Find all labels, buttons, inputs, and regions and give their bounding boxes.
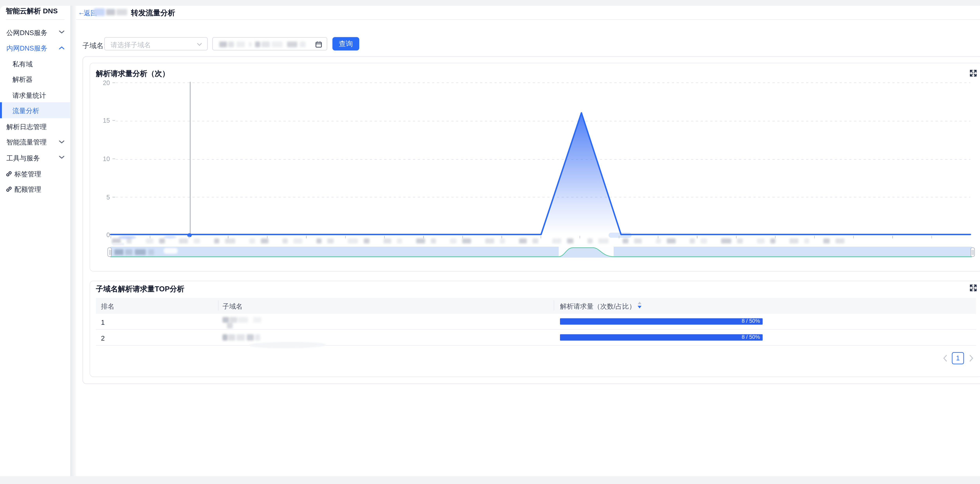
datazoom-shadow-line (110, 248, 972, 257)
search-button[interactable]: 查询 (332, 37, 359, 50)
request-bar-track: 8 / 50% (560, 318, 965, 324)
link-icon (6, 186, 12, 192)
request-bar: 8 / 50% (560, 318, 763, 324)
subdomain-redacted (223, 317, 229, 322)
request-volume-chart[interactable] (111, 81, 970, 235)
request-bar-track: 8 / 50% (560, 334, 965, 340)
subdomain-redacted (223, 334, 228, 340)
fullscreen-icon[interactable] (969, 284, 977, 292)
app-window: 智能云解析 DNS 公网DNS服务 内网DNS服务 私有域 解析器 请求量统计 … (0, 0, 980, 484)
rank-cell: 1 (101, 318, 105, 326)
sort-caret-icon[interactable] (637, 302, 642, 309)
column-header-requests[interactable]: 解析请求量（次数/占比） (560, 302, 636, 311)
sidebar (0, 6, 70, 476)
tooltip-axis-pointer (189, 82, 190, 234)
select-placeholder: 请选择子域名 (111, 41, 151, 49)
datazoom-handle-left[interactable] (107, 247, 112, 257)
breadcrumb-redacted (116, 9, 127, 16)
table-row[interactable]: 1 8 / 50% (96, 314, 976, 330)
sidebar-item-private-zone[interactable]: 私有域 (13, 60, 33, 69)
chevron-down-icon (197, 43, 202, 46)
datazoom-handle-right[interactable] (970, 247, 975, 257)
y-axis-label: 15 (96, 117, 110, 124)
sidebar-item-traffic-analysis-active[interactable]: 流量分析 (0, 102, 70, 118)
sidebar-item-smart-traffic[interactable]: 智能流量管理 (6, 138, 47, 147)
sidebar-divider (6, 19, 65, 19)
subdomain-select[interactable]: 请选择子域名 (104, 37, 208, 50)
sidebar-scroll-gutter[interactable] (70, 6, 76, 476)
pagination-page-1[interactable]: 1 (952, 352, 964, 364)
y-axis-label: 20 (96, 79, 110, 86)
pagination-next-icon[interactable] (969, 354, 974, 361)
sidebar-item-resolver[interactable]: 解析器 (13, 75, 33, 84)
chevron-down-icon[interactable] (59, 156, 65, 159)
subdomain-label: 子域名: (83, 41, 106, 50)
request-bar: 8 / 50% (560, 334, 763, 340)
column-header-subdomain[interactable]: 子域名 (223, 302, 243, 311)
chevron-up-icon[interactable] (59, 46, 65, 50)
page-title: 转发流量分析 (131, 8, 175, 18)
table-row[interactable]: 2 8 / 50% (96, 329, 976, 346)
x-axis-labels-redacted (111, 238, 970, 244)
fullscreen-icon[interactable] (969, 69, 977, 77)
rank-cell: 2 (101, 334, 105, 341)
chevron-down-icon[interactable] (59, 140, 65, 144)
sidebar-item-resolution-logs[interactable]: 解析日志管理 (6, 122, 47, 132)
datazoom-slider[interactable] (110, 247, 972, 257)
y-axis-label: 0 (96, 232, 110, 239)
sidebar-item-tag-management[interactable]: 标签管理 (14, 170, 41, 179)
area-line (111, 113, 970, 235)
pagination-prev-icon[interactable] (943, 354, 947, 361)
datazoom-shadow-notch (559, 247, 614, 257)
chart-card-title: 解析请求量分析（次） (96, 69, 169, 79)
area-series (111, 81, 970, 235)
sidebar-item-public-dns[interactable]: 公网DNS服务 (6, 29, 48, 37)
sidebar-item-quota-management[interactable]: 配额管理 (14, 186, 41, 194)
date-range-input[interactable] (212, 37, 327, 50)
topbar-divider (76, 19, 980, 20)
app-title: 智能云解析 DNS (6, 6, 57, 16)
breadcrumb-redacted (94, 8, 105, 16)
link-icon (6, 170, 12, 177)
y-axis-label: 10 (96, 156, 110, 162)
active-indicator-bar (0, 102, 2, 118)
chevron-down-icon[interactable] (59, 30, 65, 34)
area-fill (111, 113, 970, 235)
sidebar-item-tools-services[interactable]: 工具与服务 (6, 154, 40, 163)
breadcrumb-redacted (106, 9, 115, 16)
sidebar-item-request-stats[interactable]: 请求量统计 (13, 91, 46, 100)
sidebar-item-private-dns[interactable]: 内网DNS服务 (6, 44, 48, 53)
top-analysis-title: 子域名解析请求量TOP分析 (96, 284, 185, 294)
calendar-icon (315, 41, 322, 48)
y-axis-label: 5 (96, 194, 110, 200)
sidebar-item-label: 流量分析 (13, 107, 40, 116)
column-header-rank[interactable]: 排名 (101, 302, 114, 311)
